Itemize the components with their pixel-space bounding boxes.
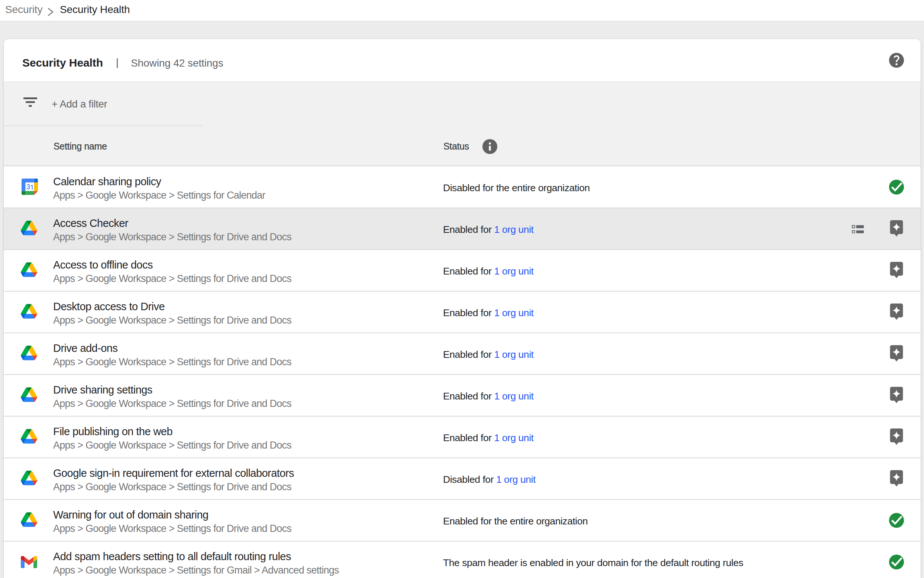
column-header-setting-name: Setting name: [53, 142, 107, 151]
recommendation-icon[interactable]: [890, 220, 903, 237]
status-text: Enabled for: [443, 266, 494, 277]
setting-title: File publishing on the web: [53, 426, 172, 437]
setting-title: Drive add-ons: [53, 343, 117, 354]
table-row[interactable]: Add spam headers setting to all default …: [4, 542, 921, 578]
breadcrumb-parent[interactable]: Security: [5, 4, 42, 16]
setting-path: Apps > Google Workspace > Settings for D…: [53, 232, 291, 242]
status-text: The spam header is enabled in your domai…: [443, 557, 743, 568]
status-text: Enabled for: [443, 349, 494, 360]
chevron-right-icon: [47, 7, 54, 17]
org-unit-link[interactable]: 1 org unit: [494, 307, 534, 318]
setting-title: Drive sharing settings: [53, 385, 152, 395]
setting-title: Access to offline docs: [53, 260, 153, 270]
setting-path: Apps > Google Workspace > Settings for D…: [53, 440, 291, 450]
setting-title: Desktop access to Drive: [53, 301, 165, 312]
setting-status: Disabled for the entire organization: [443, 183, 590, 193]
add-filter-button[interactable]: + Add a filter: [52, 99, 107, 109]
filter-and-table-header: + Add a filter Setting name Status: [4, 82, 921, 166]
setting-path: Apps > Google Workspace > Settings for G…: [53, 565, 339, 575]
setting-path: Apps > Google Workspace > Settings for D…: [53, 399, 291, 409]
filter-list-icon[interactable]: [21, 93, 39, 111]
help-icon[interactable]: [889, 53, 904, 68]
list-icon[interactable]: [852, 225, 864, 233]
setting-status: Enabled for 1 org unit: [443, 308, 534, 318]
setting-title: Warning for out of domain sharing: [53, 510, 209, 520]
org-unit-link[interactable]: 1 org unit: [494, 349, 534, 360]
status-text: Disabled for: [443, 474, 496, 485]
table-row[interactable]: Warning for out of domain sharing Apps >…: [4, 500, 921, 542]
filter-divider: [4, 125, 202, 126]
table-row[interactable]: Access Checker Apps > Google Workspace >…: [4, 208, 921, 250]
status-text: Enabled for: [443, 391, 494, 402]
setting-path: Apps > Google Workspace > Settings for D…: [53, 357, 291, 367]
setting-path: Apps > Google Workspace > Settings for D…: [53, 315, 291, 325]
table-row[interactable]: Calendar sharing policy Apps > Google Wo…: [4, 167, 921, 208]
gmail-icon: [21, 554, 37, 570]
status-text: Enabled for: [443, 307, 494, 318]
google-drive-icon: [21, 303, 37, 320]
table-row[interactable]: Drive sharing settings Apps > Google Wor…: [4, 375, 921, 417]
column-header-status: Status: [443, 142, 469, 151]
recommendation-icon[interactable]: [890, 345, 903, 362]
info-icon[interactable]: [482, 139, 497, 154]
setting-path: Apps > Google Workspace > Settings for D…: [53, 482, 291, 492]
green-check-icon: [889, 513, 904, 528]
google-drive-icon: [21, 261, 37, 278]
setting-title: Access Checker: [53, 218, 128, 229]
setting-status: Enabled for 1 org unit: [443, 391, 534, 401]
org-unit-link[interactable]: 1 org unit: [494, 432, 534, 443]
setting-status: The spam header is enabled in your domai…: [443, 558, 743, 568]
setting-status: Enabled for 1 org unit: [443, 225, 534, 235]
org-unit-link[interactable]: 1 org unit: [494, 224, 534, 235]
google-drive-icon: [21, 220, 37, 236]
table-row[interactable]: Google sign-in requirement for external …: [4, 458, 921, 500]
status-text: Disabled for the entire organization: [443, 182, 590, 193]
table-row[interactable]: File publishing on the web Apps > Google…: [4, 417, 921, 458]
org-unit-link[interactable]: 1 org unit: [494, 391, 534, 402]
google-drive-icon: [21, 428, 37, 445]
google-drive-icon: [21, 386, 37, 403]
recommendation-icon[interactable]: [890, 387, 903, 404]
setting-path: Apps > Google Workspace > Settings for D…: [53, 274, 291, 284]
table-row[interactable]: Access to offline docs Apps > Google Wor…: [4, 250, 921, 292]
status-text: Enabled for: [443, 224, 494, 235]
google-drive-icon: [21, 511, 37, 528]
breadcrumb-current: Security Health: [60, 4, 130, 16]
setting-title: Add spam headers setting to all default …: [53, 551, 291, 562]
google-drive-icon: [21, 345, 37, 361]
setting-path: Apps > Google Workspace > Settings for C…: [53, 190, 265, 200]
settings-count: Showing 42 settings: [131, 58, 223, 68]
page-title: Security Health: [22, 57, 103, 68]
setting-status: Disabled for 1 org unit: [443, 475, 536, 485]
recommendation-icon[interactable]: [890, 304, 903, 320]
recommendation-icon[interactable]: [890, 262, 903, 279]
title-divider: [117, 58, 118, 68]
setting-title: Google sign-in requirement for external …: [53, 468, 294, 479]
status-text: Enabled for the entire organization: [443, 516, 587, 527]
setting-status: Enabled for the entire organization: [443, 516, 587, 526]
google-drive-icon: [21, 470, 37, 486]
green-check-icon: [889, 555, 904, 570]
table-row[interactable]: Drive add-ons Apps > Google Workspace > …: [4, 333, 921, 375]
setting-title: Calendar sharing policy: [53, 176, 161, 187]
settings-table: Calendar sharing policy Apps > Google Wo…: [4, 167, 921, 578]
setting-path: Apps > Google Workspace > Settings for D…: [53, 524, 291, 534]
setting-status: Enabled for 1 org unit: [443, 266, 534, 276]
green-check-icon: [889, 180, 904, 195]
org-unit-link[interactable]: 1 org unit: [494, 266, 534, 277]
setting-status: Enabled for 1 org unit: [443, 433, 534, 443]
recommendation-icon[interactable]: [890, 470, 903, 487]
breadcrumb: Security Security Health: [0, 0, 924, 21]
org-unit-link[interactable]: 1 org unit: [496, 474, 536, 485]
setting-status: Enabled for 1 org unit: [443, 350, 534, 360]
google-calendar-icon: [21, 179, 38, 195]
status-text: Enabled for: [443, 432, 494, 443]
recommendation-icon[interactable]: [890, 429, 903, 445]
security-health-card: Security Health Showing 42 settings + Ad…: [4, 39, 921, 578]
table-row[interactable]: Desktop access to Drive Apps > Google Wo…: [4, 292, 921, 333]
